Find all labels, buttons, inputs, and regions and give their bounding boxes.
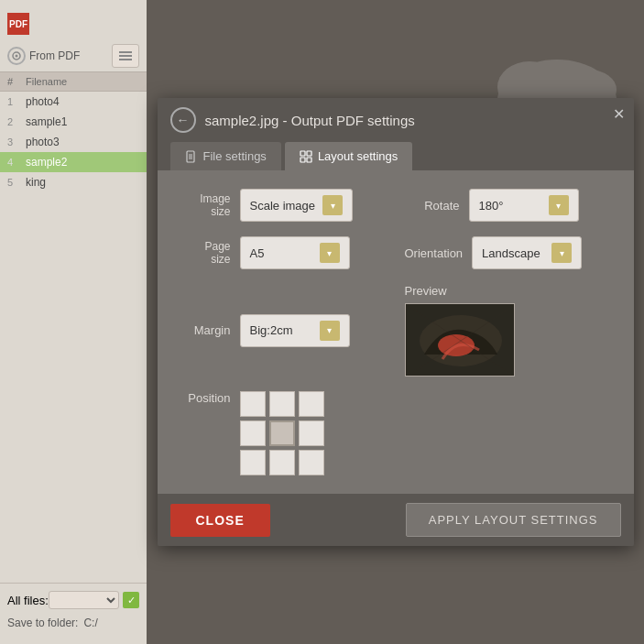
back-arrow-icon: ← [177, 113, 190, 127]
pos-bot-right[interactable] [299, 450, 324, 475]
orientation-dropdown[interactable]: Landscape ▾ [472, 236, 582, 269]
file-list-item[interactable]: 3photo3 [0, 132, 147, 152]
file-name: sample2 [26, 156, 139, 169]
file-list-item[interactable]: 2sample1 [0, 112, 147, 132]
pos-bot-center[interactable] [269, 450, 295, 475]
file-name: king [26, 176, 139, 189]
pos-top-left[interactable] [240, 391, 266, 417]
modal-dialog: ← sample2.jpg - Output PDF settings ✕ Fi… [158, 98, 634, 546]
layout-settings-icon [300, 150, 312, 163]
svg-rect-3 [119, 55, 132, 57]
file-list-header: # Filename [0, 71, 147, 92]
rotate-label: Rotate [405, 199, 460, 213]
sidebar-toggle-btn[interactable] [112, 44, 139, 68]
pos-top-center[interactable] [269, 391, 295, 417]
close-button[interactable]: CLOSE [170, 504, 270, 537]
image-size-value: Scale image [250, 199, 316, 213]
preview-box [405, 303, 515, 377]
save-folder-row: Save to folder: C:/ [7, 617, 139, 629]
modal-overlay: ← sample2.jpg - Output PDF settings ✕ Fi… [147, 0, 644, 644]
file-name: photo4 [26, 95, 139, 108]
orientation-row: Orientation Landscape ▾ [405, 236, 616, 269]
svg-rect-13 [307, 151, 311, 156]
modal-close-x-button[interactable]: ✕ [613, 107, 625, 122]
position-label: Position [176, 391, 231, 405]
all-files-select[interactable] [49, 591, 119, 609]
sidebar-footer: All files: ✓ Save to folder: C:/ [0, 583, 147, 637]
rotate-value: 180° [479, 199, 504, 213]
margin-arrow-icon: ▾ [320, 321, 340, 341]
file-list: 1photo42sample13photo34sample25king [0, 92, 147, 583]
image-size-arrow-icon: ▾ [322, 195, 343, 215]
modal-header: ← sample2.jpg - Output PDF settings ✕ [158, 98, 634, 142]
image-size-row: Imagesize Scale image ▾ [176, 189, 387, 222]
orientation-label: Orientation [405, 246, 464, 260]
page-size-row: Pagesize A5 ▾ [176, 236, 387, 269]
from-pdf-label: From PDF [29, 49, 80, 62]
position-grid [240, 391, 324, 475]
rotate-row: Rotate 180° ▾ [405, 189, 616, 222]
from-pdf-row: From PDF [0, 40, 147, 71]
sidebar-toolbar: PDF [0, 7, 147, 40]
file-list-item[interactable]: 5king [0, 172, 147, 192]
svg-rect-4 [119, 59, 132, 60]
file-num: 1 [7, 96, 26, 107]
app-container: PDF From PDF # Filename [0, 0, 644, 644]
svg-rect-2 [119, 51, 132, 53]
page-size-value: A5 [250, 246, 265, 260]
rotate-dropdown[interactable]: 180° ▾ [469, 189, 579, 222]
all-files-row: All files: ✓ [7, 591, 139, 609]
file-num: 2 [7, 116, 26, 127]
pos-mid-right[interactable] [299, 420, 324, 446]
col-num-header: # [7, 76, 26, 87]
svg-rect-14 [300, 158, 305, 162]
app-logo: PDF [7, 13, 29, 35]
image-size-dropdown[interactable]: Scale image ▾ [240, 189, 354, 222]
apply-layout-button[interactable]: APPLY LAYOUT SETTINGS [406, 503, 621, 537]
tab-file-settings[interactable]: File settings [170, 142, 281, 170]
rotate-arrow-icon: ▾ [549, 195, 569, 215]
orientation-value: Landscape [482, 246, 540, 260]
settings-grid: Imagesize Scale image ▾ Rotate 180° ▾ [176, 189, 616, 475]
margin-row: Margin Big:2cm ▾ [176, 284, 387, 377]
file-settings-icon [185, 150, 198, 163]
margin-dropdown[interactable]: Big:2cm ▾ [240, 314, 350, 347]
svg-rect-12 [300, 151, 305, 156]
margin-value: Big:2cm [250, 323, 293, 337]
sidebar: PDF From PDF # Filename [0, 0, 147, 644]
pos-mid-center[interactable] [269, 420, 295, 446]
file-name: sample1 [26, 115, 139, 128]
image-size-label: Imagesize [176, 192, 231, 219]
save-folder-label: Save to folder: [7, 617, 78, 629]
file-num: 4 [7, 157, 26, 168]
save-folder-path: C:/ [83, 617, 97, 629]
margin-label: Margin [176, 323, 231, 337]
orientation-arrow-icon: ▾ [551, 243, 572, 263]
svg-rect-15 [307, 158, 311, 162]
back-button[interactable]: ← [170, 107, 196, 133]
preview-svg [406, 304, 515, 377]
file-name: photo3 [26, 136, 139, 148]
tab-layout-settings[interactable]: Layout settings [285, 142, 412, 170]
file-list-item[interactable]: 4sample2 [0, 152, 147, 172]
pos-bot-left[interactable] [240, 450, 266, 475]
tab-layout-label: Layout settings [318, 149, 398, 163]
page-size-label: Pagesize [176, 240, 231, 267]
col-name-header: Filename [26, 76, 139, 87]
tab-file-label: File settings [203, 149, 267, 163]
page-size-dropdown[interactable]: A5 ▾ [240, 236, 350, 269]
from-pdf-icon [7, 47, 26, 65]
position-row: Position [176, 391, 387, 475]
pos-top-right[interactable] [299, 391, 324, 417]
file-list-item[interactable]: 1photo4 [0, 92, 147, 112]
page-size-arrow-icon: ▾ [320, 243, 340, 263]
modal-body: Imagesize Scale image ▾ Rotate 180° ▾ [158, 170, 634, 494]
file-num: 3 [7, 136, 26, 147]
modal-tabs: File settings Layout settings [158, 142, 634, 170]
all-files-checkbox[interactable]: ✓ [123, 592, 139, 608]
all-files-label: All files: [7, 594, 49, 607]
preview-section: Preview [405, 284, 616, 377]
logo-text: PDF [9, 19, 27, 29]
pos-mid-left[interactable] [240, 420, 266, 446]
preview-label: Preview [405, 284, 447, 298]
